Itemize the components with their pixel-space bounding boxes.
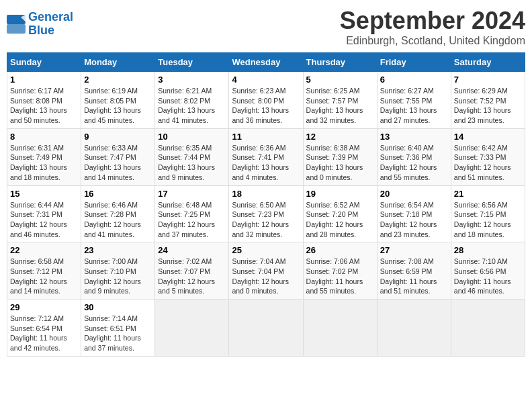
calendar-cell: 2Sunrise: 6:19 AM Sunset: 8:05 PM Daylig… bbox=[81, 72, 155, 129]
calendar-cell: 9Sunrise: 6:33 AM Sunset: 7:47 PM Daylig… bbox=[81, 128, 155, 185]
day-number: 27 bbox=[380, 245, 448, 255]
day-info: Sunrise: 6:58 AM Sunset: 7:12 PM Dayligh… bbox=[10, 257, 78, 296]
day-info: Sunrise: 6:40 AM Sunset: 7:36 PM Dayligh… bbox=[380, 143, 448, 183]
logo-text: General Blue bbox=[28, 11, 73, 38]
header-tuesday: Tuesday bbox=[155, 53, 229, 72]
logo-line2: Blue bbox=[28, 24, 54, 37]
calendar-week-row: 22Sunrise: 6:58 AM Sunset: 7:12 PM Dayli… bbox=[7, 242, 525, 300]
day-info: Sunrise: 6:29 AM Sunset: 7:52 PM Dayligh… bbox=[454, 86, 522, 126]
calendar-cell: 18Sunrise: 6:50 AM Sunset: 7:23 PM Dayli… bbox=[229, 185, 303, 242]
calendar-cell: 14Sunrise: 6:42 AM Sunset: 7:33 PM Dayli… bbox=[451, 128, 525, 185]
svg-rect-1 bbox=[7, 24, 26, 34]
day-number: 26 bbox=[306, 245, 374, 255]
day-info: Sunrise: 6:35 AM Sunset: 7:44 PM Dayligh… bbox=[158, 143, 226, 183]
calendar-cell: 21Sunrise: 6:56 AM Sunset: 7:15 PM Dayli… bbox=[451, 185, 525, 242]
title-block: September 2024 Edinburgh, Scotland, Unit… bbox=[340, 7, 525, 47]
calendar-table: SundayMondayTuesdayWednesdayThursdayFrid… bbox=[7, 52, 525, 357]
day-info: Sunrise: 7:04 AM Sunset: 7:04 PM Dayligh… bbox=[232, 257, 300, 296]
day-number: 14 bbox=[454, 132, 522, 142]
day-number: 22 bbox=[10, 245, 78, 255]
day-info: Sunrise: 7:10 AM Sunset: 6:56 PM Dayligh… bbox=[454, 257, 522, 296]
day-number: 29 bbox=[10, 302, 78, 312]
day-info: Sunrise: 6:21 AM Sunset: 8:02 PM Dayligh… bbox=[158, 86, 226, 126]
header-wednesday: Wednesday bbox=[229, 53, 303, 72]
header-monday: Monday bbox=[81, 53, 155, 72]
month-title: September 2024 bbox=[340, 7, 525, 35]
day-info: Sunrise: 6:46 AM Sunset: 7:28 PM Dayligh… bbox=[84, 200, 152, 240]
day-number: 15 bbox=[10, 189, 78, 199]
day-info: Sunrise: 6:44 AM Sunset: 7:31 PM Dayligh… bbox=[10, 200, 78, 240]
day-number: 7 bbox=[454, 75, 522, 85]
calendar-cell: 11Sunrise: 6:36 AM Sunset: 7:41 PM Dayli… bbox=[229, 128, 303, 185]
calendar-week-row: 1Sunrise: 6:17 AM Sunset: 8:08 PM Daylig… bbox=[7, 72, 525, 129]
day-info: Sunrise: 6:42 AM Sunset: 7:33 PM Dayligh… bbox=[454, 143, 522, 183]
calendar-cell bbox=[155, 300, 229, 357]
calendar-cell: 29Sunrise: 7:12 AM Sunset: 6:54 PM Dayli… bbox=[7, 300, 81, 357]
calendar-cell: 30Sunrise: 7:14 AM Sunset: 6:51 PM Dayli… bbox=[81, 300, 155, 357]
calendar-cell: 25Sunrise: 7:04 AM Sunset: 7:04 PM Dayli… bbox=[229, 242, 303, 300]
calendar-cell: 16Sunrise: 6:46 AM Sunset: 7:28 PM Dayli… bbox=[81, 185, 155, 242]
day-info: Sunrise: 6:31 AM Sunset: 7:49 PM Dayligh… bbox=[10, 143, 78, 183]
day-number: 19 bbox=[306, 189, 374, 199]
day-info: Sunrise: 6:25 AM Sunset: 7:57 PM Dayligh… bbox=[306, 86, 374, 126]
calendar-cell: 27Sunrise: 7:08 AM Sunset: 6:59 PM Dayli… bbox=[377, 242, 451, 300]
day-info: Sunrise: 6:17 AM Sunset: 8:08 PM Dayligh… bbox=[10, 86, 78, 126]
header-sunday: Sunday bbox=[7, 53, 81, 72]
calendar-cell: 3Sunrise: 6:21 AM Sunset: 8:02 PM Daylig… bbox=[155, 72, 229, 129]
calendar-cell: 5Sunrise: 6:25 AM Sunset: 7:57 PM Daylig… bbox=[303, 72, 377, 129]
day-number: 4 bbox=[232, 75, 300, 85]
calendar-cell bbox=[451, 300, 525, 357]
calendar-header-row: SundayMondayTuesdayWednesdayThursdayFrid… bbox=[7, 53, 525, 72]
day-info: Sunrise: 7:14 AM Sunset: 6:51 PM Dayligh… bbox=[84, 314, 152, 353]
calendar-cell bbox=[229, 300, 303, 357]
day-number: 5 bbox=[306, 75, 374, 85]
day-info: Sunrise: 6:36 AM Sunset: 7:41 PM Dayligh… bbox=[232, 143, 300, 183]
calendar-cell: 24Sunrise: 7:02 AM Sunset: 7:07 PM Dayli… bbox=[155, 242, 229, 300]
day-info: Sunrise: 7:06 AM Sunset: 7:02 PM Dayligh… bbox=[306, 257, 374, 296]
calendar-cell: 17Sunrise: 6:48 AM Sunset: 7:25 PM Dayli… bbox=[155, 185, 229, 242]
calendar-cell: 26Sunrise: 7:06 AM Sunset: 7:02 PM Dayli… bbox=[303, 242, 377, 300]
day-info: Sunrise: 6:50 AM Sunset: 7:23 PM Dayligh… bbox=[232, 200, 300, 240]
day-number: 17 bbox=[158, 189, 226, 199]
header-thursday: Thursday bbox=[303, 53, 377, 72]
calendar-week-row: 15Sunrise: 6:44 AM Sunset: 7:31 PM Dayli… bbox=[7, 185, 525, 242]
day-number: 3 bbox=[158, 75, 226, 85]
calendar-cell: 12Sunrise: 6:38 AM Sunset: 7:39 PM Dayli… bbox=[303, 128, 377, 185]
day-number: 10 bbox=[158, 132, 226, 142]
day-number: 16 bbox=[84, 189, 152, 199]
calendar-cell bbox=[303, 300, 377, 357]
day-number: 21 bbox=[454, 189, 522, 199]
logo: General Blue bbox=[7, 11, 73, 38]
calendar-cell: 4Sunrise: 6:23 AM Sunset: 8:00 PM Daylig… bbox=[229, 72, 303, 129]
day-number: 28 bbox=[454, 245, 522, 255]
calendar-week-row: 8Sunrise: 6:31 AM Sunset: 7:49 PM Daylig… bbox=[7, 128, 525, 185]
day-number: 24 bbox=[158, 245, 226, 255]
day-info: Sunrise: 6:48 AM Sunset: 7:25 PM Dayligh… bbox=[158, 200, 226, 240]
day-number: 1 bbox=[10, 75, 78, 85]
calendar-cell: 22Sunrise: 6:58 AM Sunset: 7:12 PM Dayli… bbox=[7, 242, 81, 300]
calendar-cell: 23Sunrise: 7:00 AM Sunset: 7:10 PM Dayli… bbox=[81, 242, 155, 300]
calendar-cell: 6Sunrise: 6:27 AM Sunset: 7:55 PM Daylig… bbox=[377, 72, 451, 129]
day-info: Sunrise: 7:00 AM Sunset: 7:10 PM Dayligh… bbox=[84, 257, 152, 296]
header-friday: Friday bbox=[377, 53, 451, 72]
logo-line1: General bbox=[28, 10, 73, 24]
day-info: Sunrise: 6:56 AM Sunset: 7:15 PM Dayligh… bbox=[454, 200, 522, 240]
day-info: Sunrise: 6:52 AM Sunset: 7:20 PM Dayligh… bbox=[306, 200, 374, 240]
day-number: 8 bbox=[10, 132, 78, 142]
day-number: 2 bbox=[84, 75, 152, 85]
calendar-cell: 1Sunrise: 6:17 AM Sunset: 8:08 PM Daylig… bbox=[7, 72, 81, 129]
calendar-cell: 7Sunrise: 6:29 AM Sunset: 7:52 PM Daylig… bbox=[451, 72, 525, 129]
day-info: Sunrise: 6:33 AM Sunset: 7:47 PM Dayligh… bbox=[84, 143, 152, 183]
calendar-week-row: 29Sunrise: 7:12 AM Sunset: 6:54 PM Dayli… bbox=[7, 300, 525, 357]
calendar-cell bbox=[377, 300, 451, 357]
day-number: 6 bbox=[380, 75, 448, 85]
day-number: 13 bbox=[380, 132, 448, 142]
day-number: 11 bbox=[232, 132, 300, 142]
calendar-cell: 28Sunrise: 7:10 AM Sunset: 6:56 PM Dayli… bbox=[451, 242, 525, 300]
day-info: Sunrise: 7:08 AM Sunset: 6:59 PM Dayligh… bbox=[380, 257, 448, 296]
day-info: Sunrise: 6:23 AM Sunset: 8:00 PM Dayligh… bbox=[232, 86, 300, 126]
calendar-cell: 20Sunrise: 6:54 AM Sunset: 7:18 PM Dayli… bbox=[377, 185, 451, 242]
day-number: 23 bbox=[84, 245, 152, 255]
calendar-cell: 10Sunrise: 6:35 AM Sunset: 7:44 PM Dayli… bbox=[155, 128, 229, 185]
calendar-cell: 19Sunrise: 6:52 AM Sunset: 7:20 PM Dayli… bbox=[303, 185, 377, 242]
